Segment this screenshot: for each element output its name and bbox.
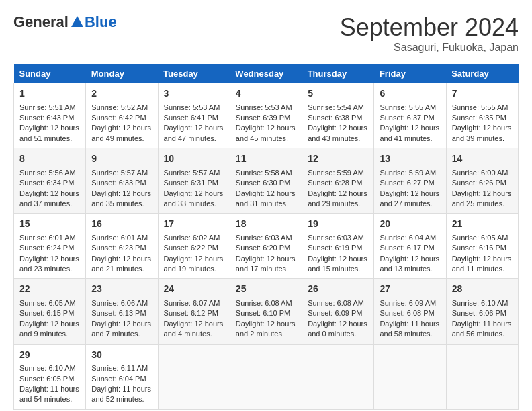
calendar-cell: 15Sunrise: 6:01 AMSunset: 6:24 PMDayligh… xyxy=(14,214,86,279)
day-info-line: and 23 minutes. xyxy=(19,264,80,274)
day-info-line: Sunset: 6:04 PM xyxy=(91,374,152,384)
day-info-line: and 56 minutes. xyxy=(452,329,513,339)
day-info-line: Sunset: 6:15 PM xyxy=(19,308,80,318)
day-info-line: Sunset: 6:39 PM xyxy=(236,113,296,123)
calendar-cell: 17Sunrise: 6:02 AMSunset: 6:22 PMDayligh… xyxy=(158,214,230,279)
calendar-cell: 29Sunrise: 6:10 AMSunset: 6:05 PMDayligh… xyxy=(14,344,86,409)
day-info-line: Sunrise: 5:52 AM xyxy=(91,103,152,113)
day-info-line: Sunset: 6:05 PM xyxy=(19,374,80,384)
day-number: 15 xyxy=(19,218,80,231)
day-info-line: and 29 minutes. xyxy=(308,199,368,209)
day-info-line: and 15 minutes. xyxy=(308,264,368,274)
calendar-cell: 20Sunrise: 6:04 AMSunset: 6:17 PMDayligh… xyxy=(374,214,446,279)
day-info-line: Sunset: 6:13 PM xyxy=(91,308,152,318)
day-info-line: Sunset: 6:23 PM xyxy=(91,243,152,253)
logo: General Blue xyxy=(13,13,117,31)
day-number: 13 xyxy=(380,152,440,166)
day-info-line: Daylight: 12 hours xyxy=(91,123,152,133)
day-info-line: Sunrise: 5:53 AM xyxy=(164,103,224,113)
weekday-header-monday: Monday xyxy=(86,64,158,83)
day-info-line: and 13 minutes. xyxy=(380,264,440,274)
day-info-line: Sunset: 6:10 PM xyxy=(236,308,296,318)
day-info-line: Sunrise: 6:05 AM xyxy=(452,233,513,243)
day-info-line: Daylight: 12 hours xyxy=(164,254,224,264)
day-info-line: and 51 minutes. xyxy=(19,134,80,144)
calendar-cell: 16Sunrise: 6:01 AMSunset: 6:23 PMDayligh… xyxy=(86,214,158,279)
calendar-cell: 4Sunrise: 5:53 AMSunset: 6:39 PMDaylight… xyxy=(230,83,302,148)
day-info-line: Daylight: 12 hours xyxy=(452,189,513,199)
day-info-line: and 31 minutes. xyxy=(236,199,296,209)
calendar-cell: 26Sunrise: 6:08 AMSunset: 6:09 PMDayligh… xyxy=(302,279,374,344)
day-info-line: and 2 minutes. xyxy=(236,329,296,339)
day-info-line: Sunset: 6:33 PM xyxy=(91,178,152,188)
day-number: 30 xyxy=(91,349,152,362)
day-info-line: Sunset: 6:06 PM xyxy=(452,308,513,318)
day-info-line: Daylight: 12 hours xyxy=(91,254,152,264)
day-info-line: Sunrise: 5:53 AM xyxy=(236,103,296,113)
calendar-cell: 10Sunrise: 5:57 AMSunset: 6:31 PMDayligh… xyxy=(158,148,230,214)
day-info-line: Sunset: 6:30 PM xyxy=(236,178,296,188)
day-number: 18 xyxy=(236,218,296,231)
day-number: 17 xyxy=(164,218,224,231)
day-info-line: Daylight: 12 hours xyxy=(236,254,296,264)
logo-icon xyxy=(70,15,85,30)
day-info-line: Daylight: 12 hours xyxy=(308,254,368,264)
day-info-line: and 54 minutes. xyxy=(19,394,80,404)
day-number: 21 xyxy=(452,218,513,231)
day-number: 16 xyxy=(91,218,152,231)
week-row-4: 29Sunrise: 6:10 AMSunset: 6:05 PMDayligh… xyxy=(14,344,519,409)
day-info-line: and 11 minutes. xyxy=(452,264,513,274)
day-number: 25 xyxy=(236,283,296,296)
day-info-line: and 49 minutes. xyxy=(91,134,152,144)
day-number: 2 xyxy=(91,87,152,101)
day-info-line: and 7 minutes. xyxy=(91,329,152,339)
day-info-line: Sunrise: 6:10 AM xyxy=(452,298,513,308)
day-info-line: and 43 minutes. xyxy=(308,134,368,144)
day-info-line: Sunset: 6:16 PM xyxy=(452,243,513,253)
day-info-line: Sunset: 6:08 PM xyxy=(380,308,440,318)
calendar-cell: 1Sunrise: 5:51 AMSunset: 6:43 PMDaylight… xyxy=(14,83,86,148)
day-info-line: Daylight: 11 hours xyxy=(452,319,513,329)
weekday-header-wednesday: Wednesday xyxy=(230,64,302,83)
svg-marker-0 xyxy=(71,16,83,27)
day-info-line: and 58 minutes. xyxy=(380,329,440,339)
day-info-line: Daylight: 12 hours xyxy=(19,254,80,264)
day-number: 12 xyxy=(308,152,368,166)
day-info-line: Sunrise: 5:51 AM xyxy=(19,103,80,113)
calendar-cell xyxy=(446,344,518,409)
week-row-1: 8Sunrise: 5:56 AMSunset: 6:34 PMDaylight… xyxy=(14,148,519,214)
month-title: September 2024 xyxy=(340,13,519,42)
weekday-header-friday: Friday xyxy=(374,64,446,83)
day-info-line: Sunrise: 6:03 AM xyxy=(308,233,368,243)
day-info-line: and 0 minutes. xyxy=(308,329,368,339)
day-info-line: Sunrise: 6:00 AM xyxy=(452,168,513,178)
day-info-line: Sunrise: 5:56 AM xyxy=(19,168,80,178)
day-number: 3 xyxy=(164,87,224,101)
calendar-cell: 11Sunrise: 5:58 AMSunset: 6:30 PMDayligh… xyxy=(230,148,302,214)
day-info-line: Sunrise: 5:55 AM xyxy=(452,103,513,113)
day-info-line: Daylight: 12 hours xyxy=(308,319,368,329)
calendar-cell xyxy=(374,344,446,409)
day-info-line: and 52 minutes. xyxy=(91,394,152,404)
day-info-line: Sunrise: 6:09 AM xyxy=(380,298,440,308)
day-info-line: Sunset: 6:42 PM xyxy=(91,113,152,123)
day-info-line: Sunrise: 6:03 AM xyxy=(236,233,296,243)
calendar-cell: 23Sunrise: 6:06 AMSunset: 6:13 PMDayligh… xyxy=(86,279,158,344)
calendar-cell: 22Sunrise: 6:05 AMSunset: 6:15 PMDayligh… xyxy=(14,279,86,344)
day-info-line: Daylight: 12 hours xyxy=(308,123,368,133)
day-info-line: Sunset: 6:28 PM xyxy=(308,178,368,188)
day-info-line: Daylight: 11 hours xyxy=(91,384,152,394)
calendar-cell: 18Sunrise: 6:03 AMSunset: 6:20 PMDayligh… xyxy=(230,214,302,279)
day-info-line: and 21 minutes. xyxy=(91,264,152,274)
day-info-line: Daylight: 12 hours xyxy=(380,254,440,264)
day-info-line: Sunset: 6:09 PM xyxy=(308,308,368,318)
day-info-line: and 39 minutes. xyxy=(452,134,513,144)
calendar-cell: 25Sunrise: 6:08 AMSunset: 6:10 PMDayligh… xyxy=(230,279,302,344)
day-info-line: Sunset: 6:12 PM xyxy=(164,308,224,318)
day-info-line: Daylight: 12 hours xyxy=(236,189,296,199)
day-info-line: Sunset: 6:19 PM xyxy=(308,243,368,253)
day-number: 6 xyxy=(380,87,440,101)
calendar-cell: 3Sunrise: 5:53 AMSunset: 6:41 PMDaylight… xyxy=(158,83,230,148)
day-info-line: Sunset: 6:34 PM xyxy=(19,178,80,188)
location-text: Sasaguri, Fukuoka, Japan xyxy=(340,42,519,54)
